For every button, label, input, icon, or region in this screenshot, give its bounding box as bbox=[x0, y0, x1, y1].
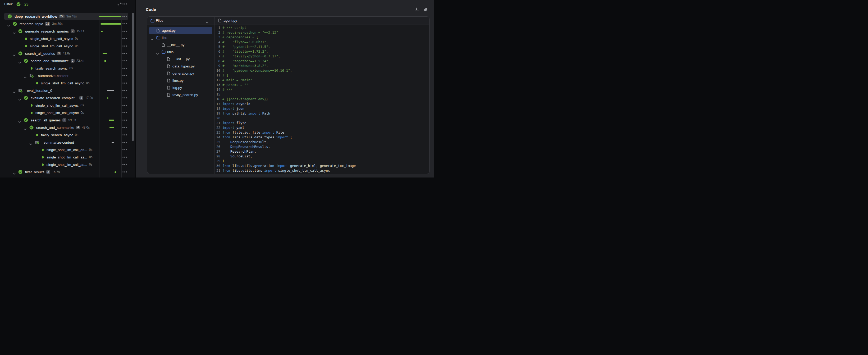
tree-row[interactable]: research_topic213m 30s bbox=[0, 20, 135, 28]
node-label-group: search_all_queries341.6s bbox=[25, 50, 71, 57]
more-dots-icon bbox=[122, 112, 127, 113]
run-tree-panel: Filter: 23 deep_research_workflow223m 48… bbox=[0, 0, 135, 177]
download-button[interactable] bbox=[414, 7, 419, 12]
tree-row[interactable]: deep_research_workflow223m 48s bbox=[0, 13, 135, 20]
expand-chevron-icon[interactable] bbox=[24, 127, 27, 131]
tree-row[interactable]: single_shot_llm_call_async0s bbox=[0, 35, 135, 42]
tree-scrollbar[interactable] bbox=[132, 13, 134, 141]
tree-row[interactable]: single_shot_llm_call_async0s bbox=[0, 79, 135, 87]
tree-row[interactable]: single_shot_llm_call_async0s bbox=[0, 101, 135, 109]
row-menu-button[interactable] bbox=[122, 142, 127, 143]
tree-row[interactable]: search_all_queries559.3s bbox=[0, 116, 135, 124]
row-menu-button[interactable] bbox=[122, 68, 127, 69]
expand-chevron-icon[interactable] bbox=[18, 119, 21, 124]
code-line: 8# "together==1.5.24", bbox=[215, 59, 429, 63]
code-line: 3# dependencies = [ bbox=[215, 35, 429, 40]
line-number: 10 bbox=[215, 68, 220, 73]
tree-row[interactable]: summarize-content bbox=[0, 72, 135, 79]
chevron-down-icon[interactable] bbox=[206, 20, 209, 25]
file-row[interactable]: __init__.py bbox=[147, 41, 214, 49]
file-row[interactable]: libs bbox=[147, 34, 214, 41]
tree-row[interactable]: single_shot_llm_call_async0s bbox=[0, 109, 135, 116]
filter-status-check-icon[interactable] bbox=[17, 2, 21, 7]
row-menu-button[interactable] bbox=[122, 90, 127, 91]
expand-chevron-icon[interactable] bbox=[13, 171, 16, 176]
tree-row[interactable]: search_and_summarize223.4s bbox=[0, 57, 135, 64]
file-row[interactable]: utils bbox=[147, 49, 214, 56]
tree-row[interactable]: single_shot_llm_call_as...0s bbox=[0, 153, 135, 161]
copy-button[interactable] bbox=[424, 7, 428, 12]
line-number: 22 bbox=[215, 125, 220, 130]
expand-chevron-icon[interactable] bbox=[24, 75, 27, 80]
row-menu-button[interactable] bbox=[122, 23, 127, 24]
expand-chevron-icon[interactable] bbox=[156, 51, 159, 56]
file-row[interactable]: log.py bbox=[147, 84, 214, 91]
tree-row[interactable]: single_shot_llm_call_as...0s bbox=[0, 146, 135, 153]
row-menu-button[interactable] bbox=[122, 171, 127, 173]
row-menu-button[interactable] bbox=[122, 46, 127, 47]
expand-chevron-icon[interactable] bbox=[18, 97, 21, 102]
code-line: 31from libs.utils.llms import single_sho… bbox=[215, 168, 429, 173]
filter-count[interactable]: 23 bbox=[24, 2, 29, 6]
row-menu-button[interactable] bbox=[122, 16, 127, 17]
collapse-tree-button[interactable] bbox=[117, 2, 122, 7]
tree-row[interactable]: tavily_search_async0s bbox=[0, 64, 135, 72]
file-row[interactable]: data_types.py bbox=[147, 63, 214, 70]
files-header[interactable]: Files bbox=[147, 17, 214, 25]
code-token: import bbox=[262, 130, 274, 135]
tree-row[interactable]: single_shot_llm_call_async0s bbox=[0, 42, 135, 50]
tree-row[interactable]: eval_iteration_0 bbox=[0, 87, 135, 94]
code-text: SourceList, bbox=[222, 154, 252, 159]
row-menu-button[interactable] bbox=[122, 127, 127, 128]
row-menu-button[interactable] bbox=[122, 60, 127, 61]
panel-menu-button[interactable] bbox=[122, 3, 127, 4]
expand-chevron-icon[interactable] bbox=[13, 53, 16, 57]
node-label: tavily_search_async bbox=[35, 66, 68, 70]
row-menu-button[interactable] bbox=[122, 83, 127, 84]
code-line: 2# requires-python = "==3.13" bbox=[215, 30, 429, 35]
row-menu-button[interactable] bbox=[122, 53, 127, 54]
node-label: research_topic bbox=[20, 22, 43, 26]
code-area[interactable]: 1# /// script2# requires-python = "==3.1… bbox=[215, 25, 429, 174]
tree-row[interactable]: tavily_search_async0s bbox=[0, 131, 135, 139]
file-row[interactable]: generation.py bbox=[147, 70, 214, 77]
row-menu-button[interactable] bbox=[122, 164, 127, 165]
file-row[interactable]: agent.py bbox=[147, 27, 214, 34]
row-menu-button[interactable] bbox=[122, 135, 127, 136]
tree-row[interactable]: search_and_summarize448.0s bbox=[0, 124, 135, 131]
line-number: 12 bbox=[215, 78, 220, 83]
tree-row[interactable]: summarize-content bbox=[0, 139, 135, 146]
tree-row[interactable]: single_shot_llm_call_as...0s bbox=[0, 161, 135, 168]
code-token: Path bbox=[260, 111, 270, 115]
node-label: single_shot_llm_call_async bbox=[35, 103, 79, 108]
file-row[interactable]: llms.py bbox=[147, 77, 214, 84]
row-menu-button[interactable] bbox=[122, 38, 127, 39]
row-menu-button[interactable] bbox=[122, 105, 127, 106]
node-label-group: single_shot_llm_call_async0s bbox=[35, 101, 84, 109]
row-menu-button[interactable] bbox=[122, 31, 127, 32]
row-menu-button[interactable] bbox=[122, 97, 127, 98]
file-row[interactable]: tavily_search.py bbox=[147, 91, 214, 98]
tree-row[interactable]: search_all_queries341.6s bbox=[0, 50, 135, 57]
line-number: 28 bbox=[215, 154, 220, 159]
expand-chevron-icon[interactable] bbox=[18, 60, 21, 65]
node-label: search_and_summarize bbox=[36, 126, 74, 129]
line-number: 26 bbox=[215, 144, 220, 149]
code-line: 15 bbox=[215, 92, 429, 97]
expand-chevron-icon[interactable] bbox=[7, 23, 10, 28]
row-menu-button[interactable] bbox=[122, 112, 127, 113]
tree-row[interactable]: filter_results216.7s bbox=[0, 168, 135, 176]
expand-chevron-icon[interactable] bbox=[151, 37, 154, 41]
code-line: 29) bbox=[215, 159, 429, 164]
file-row[interactable]: __init__.py bbox=[147, 56, 214, 63]
row-menu-button[interactable] bbox=[122, 120, 127, 121]
row-menu-button[interactable] bbox=[122, 149, 127, 150]
expand-chevron-icon[interactable] bbox=[13, 30, 16, 35]
expand-chevron-icon[interactable] bbox=[29, 142, 32, 146]
tree-row[interactable]: generate_research_queries215.1s bbox=[0, 28, 135, 35]
row-menu-button[interactable] bbox=[122, 157, 127, 158]
expand-chevron-icon[interactable] bbox=[13, 90, 16, 94]
code-line: 27 ResearchPlan, bbox=[215, 149, 429, 154]
tree-row[interactable]: evaluate_research_complet...217.0s bbox=[0, 94, 135, 101]
row-menu-button[interactable] bbox=[122, 75, 127, 76]
